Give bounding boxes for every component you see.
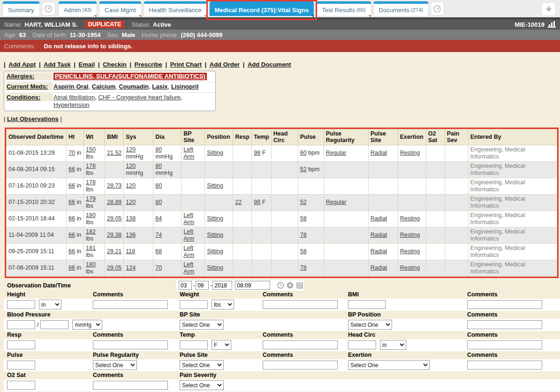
- pulse_site-value-link[interactable]: Radial: [371, 248, 387, 255]
- bmi-value-link[interactable]: 29.38: [107, 232, 121, 238]
- sys-value-link[interactable]: 120: [126, 199, 136, 205]
- pulse-regularity-select[interactable]: Select One: [93, 360, 137, 370]
- med-link-calcium[interactable]: Calcium: [92, 83, 116, 90]
- action-link-prescribe[interactable]: Prescribe: [135, 61, 162, 68]
- tab-medical-record-375-vital-signs[interactable]: Medical Record (375):Vital Signs: [210, 1, 314, 16]
- exertion-value-link[interactable]: Resting: [400, 215, 420, 222]
- ht-value-link[interactable]: 66: [68, 215, 75, 222]
- dia-value-link[interactable]: 80: [155, 146, 162, 153]
- pulse-value-link[interactable]: 78: [300, 232, 307, 238]
- action-link-add-document[interactable]: Add Document: [248, 61, 291, 68]
- current-meds-link[interactable]: Current Meds:: [7, 83, 48, 90]
- pain-severity-select[interactable]: Select One: [180, 380, 224, 390]
- dia-value-link[interactable]: 80: [155, 163, 162, 169]
- temp-value-link[interactable]: 98: [254, 150, 260, 156]
- clear-date-icon[interactable]: [287, 282, 294, 289]
- head-circ-input[interactable]: [348, 340, 376, 349]
- sys-value-link[interactable]: 120: [126, 163, 136, 169]
- dia-value-link[interactable]: 68: [155, 248, 162, 255]
- wt-value-link[interactable]: 180: [86, 261, 96, 268]
- bp_site-value-link[interactable]: Left Arm: [183, 212, 194, 226]
- o2-comments-input[interactable]: [93, 381, 168, 390]
- bmi-value-link[interactable]: 29.05: [107, 264, 121, 271]
- med-link-lisinopril[interactable]: Lisinopril: [171, 83, 199, 90]
- pulse-value-link[interactable]: 58: [300, 248, 307, 255]
- action-link-checkin[interactable]: Checkin: [103, 61, 127, 68]
- allergy-alert[interactable]: PENICILLINS, SULFA(SULFONAMIDE ANTIBIOTI…: [53, 73, 207, 80]
- resp-input[interactable]: [7, 340, 35, 349]
- position-value-link[interactable]: Sitting: [207, 232, 223, 238]
- sys-value-link[interactable]: 124: [126, 264, 136, 271]
- dia-value-link[interactable]: 80: [155, 182, 162, 189]
- temp-comments-input[interactable]: [263, 340, 338, 349]
- dia-value-link[interactable]: 64: [155, 215, 162, 222]
- popout-icon[interactable]: ↗: [431, 2, 444, 15]
- pulse-value-link[interactable]: 58: [300, 215, 307, 222]
- bp-diastolic-input[interactable]: [40, 320, 68, 329]
- exertion-value-link[interactable]: Resting: [400, 232, 420, 238]
- position-value-link[interactable]: Sitting: [207, 264, 223, 271]
- wt-value-link[interactable]: 182: [86, 228, 96, 235]
- weight-input[interactable]: [180, 300, 208, 309]
- tab-documents[interactable]: Documents(274): [374, 1, 428, 16]
- condition-link-chf-congestive-heart-failure[interactable]: CHF - Congestive heart failure: [98, 94, 181, 101]
- sys-value-link[interactable]: 136: [126, 232, 136, 238]
- med-link-aspirin-oral[interactable]: Aspirin Oral: [53, 83, 88, 90]
- bmi-value-link[interactable]: 21.52: [107, 150, 121, 156]
- bp_site-value-link[interactable]: Left Arm: [183, 146, 194, 160]
- action-link-print-chart[interactable]: Print Chart: [170, 61, 202, 68]
- pulse-value-link[interactable]: 78: [300, 264, 307, 271]
- temp-input[interactable]: [180, 340, 208, 349]
- exertion-value-link[interactable]: Resting: [400, 264, 420, 271]
- bmi-comments-input[interactable]: [467, 300, 542, 309]
- dia-value-link[interactable]: 80: [155, 199, 162, 205]
- head-circ-comments-input[interactable]: [467, 340, 542, 349]
- conditions-link[interactable]: Conditions:: [7, 94, 40, 101]
- bp_site-value-link[interactable]: Left Arm: [183, 228, 194, 242]
- download-button[interactable]: [541, 2, 556, 16]
- dia-value-link[interactable]: 70: [155, 264, 162, 271]
- resp-comments-input[interactable]: [93, 340, 168, 349]
- position-value-link[interactable]: Sitting: [207, 182, 223, 189]
- action-link-add-appt[interactable]: Add Appt: [8, 61, 36, 68]
- tab-test-results[interactable]: Test Results(65): [317, 1, 371, 16]
- exertion-select[interactable]: Select One: [348, 360, 430, 370]
- head-circ-unit-select[interactable]: in: [380, 340, 406, 350]
- med-link-lasix[interactable]: Lasix: [152, 83, 167, 90]
- ht-value-link[interactable]: 66: [68, 166, 75, 173]
- wt-value-link[interactable]: 150: [86, 146, 96, 153]
- obs-year-input[interactable]: [212, 281, 232, 290]
- exertion-value-link[interactable]: Resting: [400, 150, 420, 156]
- flowsheet-chart-icon[interactable]: [548, 21, 556, 28]
- condition-link-atrial-fibrillation[interactable]: Atrial fibrillation: [53, 94, 95, 101]
- ht-value-link[interactable]: 70: [68, 150, 75, 156]
- bp-unit-select[interactable]: mmHg: [72, 320, 102, 330]
- med-link-coumadin[interactable]: Coumadin: [119, 83, 149, 90]
- temp-unit-select[interactable]: F: [212, 340, 231, 350]
- ht-value-link[interactable]: 66: [68, 264, 75, 271]
- sys-value-link[interactable]: 118: [126, 248, 135, 255]
- clock-icon[interactable]: [277, 282, 284, 289]
- popout-icon[interactable]: ↗: [42, 2, 55, 15]
- ht-value-link[interactable]: 66: [68, 199, 75, 205]
- pulse_site-value-link[interactable]: Radial: [371, 150, 387, 156]
- bp-position-select[interactable]: Select One: [348, 320, 392, 330]
- allergies-link[interactable]: Allergies:: [7, 73, 34, 80]
- exertion-comments-input[interactable]: [467, 361, 542, 369]
- bp_site-value-link[interactable]: Left Arm: [183, 245, 194, 258]
- action-link-email[interactable]: Email: [79, 61, 95, 68]
- tab-admin[interactable]: Admin(43): [59, 1, 97, 16]
- bmi-value-link[interactable]: 29.21: [107, 248, 121, 255]
- sys-value-link[interactable]: 120: [126, 182, 136, 189]
- ht-value-link[interactable]: 66: [68, 232, 75, 238]
- o2-sat-input[interactable]: [7, 381, 35, 390]
- bp-site-select[interactable]: Select One: [180, 320, 224, 330]
- pulse_site-value-link[interactable]: Radial: [371, 215, 387, 222]
- obs-month-input[interactable]: [179, 281, 192, 290]
- weight-comments-input[interactable]: [263, 300, 338, 309]
- wt-value-link[interactable]: 178: [86, 179, 96, 186]
- calendar-icon[interactable]: [296, 282, 303, 289]
- position-value-link[interactable]: Sitting: [207, 215, 223, 222]
- obs-day-input[interactable]: [196, 281, 209, 290]
- position-value-link[interactable]: Sitting: [207, 150, 223, 156]
